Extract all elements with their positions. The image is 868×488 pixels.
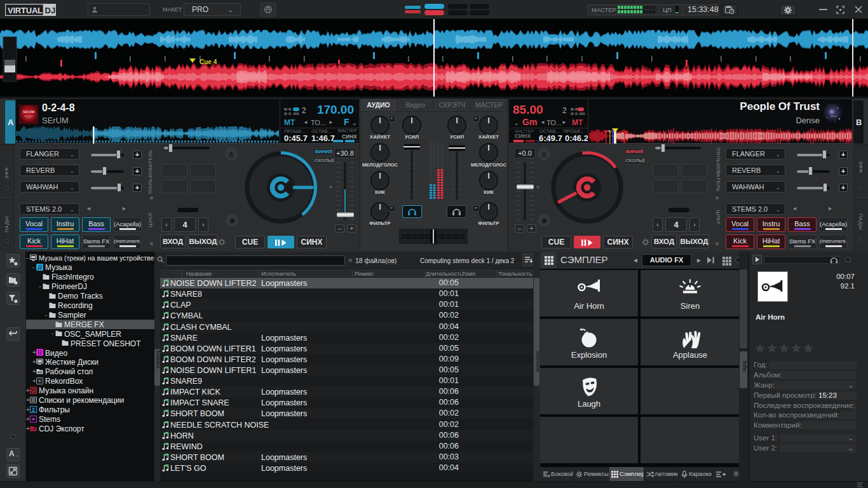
svg-text:SErUM: SErUM — [23, 110, 34, 114]
svg-text:DJ: DJ — [45, 6, 56, 15]
svg-text:dense: dense — [831, 114, 838, 118]
svg-text:VIRTUAL: VIRTUAL — [8, 6, 43, 15]
svg-text:Cue 4: Cue 4 — [200, 58, 217, 65]
